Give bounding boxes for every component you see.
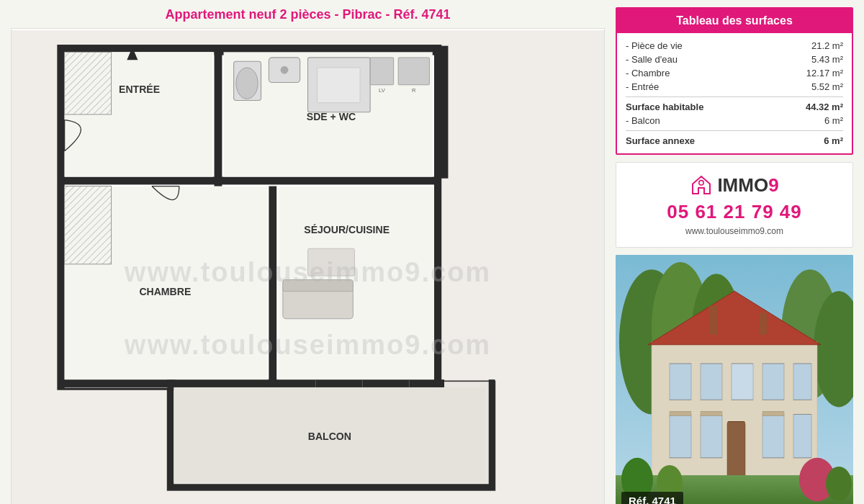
svg-rect-68 — [701, 411, 722, 415]
svg-rect-16 — [489, 379, 495, 490]
svg-point-73 — [799, 458, 835, 501]
surface-label-annexe: Surface annexe — [626, 135, 793, 146]
immo9-phone: 05 61 21 79 49 — [624, 201, 845, 223]
building-img: Réf. 4741 — [616, 255, 853, 504]
immo9-logo-row: IMMO9 — [624, 174, 845, 197]
ref-value: 4741 — [652, 495, 676, 504]
surface-value-chambre: 12.17 m² — [793, 68, 843, 78]
svg-point-74 — [826, 467, 852, 501]
svg-rect-63 — [701, 414, 722, 457]
ref-label: Réf. — [629, 495, 652, 504]
svg-point-26 — [281, 66, 289, 74]
svg-rect-6 — [58, 177, 441, 185]
surface-value-entree: 5.52 m² — [793, 81, 843, 92]
svg-rect-15 — [168, 379, 174, 490]
svg-point-24 — [236, 68, 258, 99]
divider-2 — [626, 130, 843, 131]
svg-rect-9 — [58, 379, 273, 387]
right-section: Tableau des surfaces - Pièce de vie 21.2… — [616, 7, 853, 504]
surface-value-habitable: 44.32 m² — [793, 102, 843, 112]
svg-rect-7 — [215, 46, 222, 200]
balcon-label: BALCON — [308, 431, 351, 442]
surface-row-balcon: - Balcon 6 m² — [626, 114, 843, 127]
immo9-brand-text: IMMO9 — [717, 174, 778, 197]
svg-rect-14 — [434, 46, 441, 389]
svg-rect-8 — [269, 186, 276, 385]
floor-plan-svg: LV R — [12, 29, 604, 504]
surface-row-annexe: Surface annexe 6 m² — [626, 134, 843, 148]
svg-text:R: R — [412, 87, 416, 94]
svg-rect-12 — [58, 46, 441, 53]
surface-label-chambre: - Chambre — [626, 68, 793, 78]
surface-label-vie: - Pièce de vie — [626, 40, 793, 51]
svg-rect-17 — [168, 484, 495, 490]
svg-rect-33 — [65, 52, 112, 114]
svg-rect-35 — [65, 186, 112, 264]
floor-plan-container: www.toulouseimmo9.com www.toulouseimmo9.… — [11, 28, 605, 504]
surface-label-entree: - Entrée — [626, 81, 793, 92]
surface-row-entree: - Entrée 5.52 m² — [626, 80, 843, 94]
entree-label: ENTRÉE — [119, 84, 160, 95]
sejour-label: SÉJOUR/CUISINE — [304, 224, 390, 235]
immo9-card: IMMO9 05 61 21 79 49 www.toulouseimmo9.c… — [616, 162, 853, 248]
immo9-house-icon — [690, 174, 713, 197]
surface-row-habitable: Surface habitable 44.32 m² — [626, 100, 843, 114]
surface-value-vie: 21.2 m² — [793, 40, 843, 51]
svg-rect-64 — [727, 422, 745, 480]
surface-row-sde: - Salle d'eau 5.43 m² — [626, 53, 843, 66]
svg-rect-66 — [793, 414, 811, 457]
sde-label: SDE + WC — [307, 111, 356, 122]
svg-rect-39 — [308, 248, 355, 276]
svg-rect-69 — [762, 411, 784, 415]
svg-rect-38 — [283, 280, 353, 292]
main-container: Appartement neuf 2 pièces - Pibrac - Réf… — [0, 0, 864, 504]
svg-rect-10 — [269, 379, 444, 387]
surfaces-body: - Pièce de vie 21.2 m² - Salle d'eau 5.4… — [617, 33, 852, 153]
svg-rect-62 — [670, 414, 691, 457]
surface-label-sde: - Salle d'eau — [626, 54, 793, 65]
surfaces-header: Tableau des surfaces — [617, 9, 852, 33]
surface-row-chambre: - Chambre 12.17 m² — [626, 66, 843, 80]
svg-text:LV: LV — [379, 87, 386, 94]
plan-title: Appartement neuf 2 pièces - Pibrac - Réf… — [11, 7, 605, 22]
chambre-label: CHAMBRE — [139, 286, 191, 297]
surfaces-table: Tableau des surfaces - Pièce de vie 21.2… — [616, 7, 853, 155]
surface-label-habitable: Surface habitable — [626, 102, 793, 112]
svg-rect-65 — [762, 414, 784, 457]
svg-rect-29 — [370, 58, 393, 85]
property-photo: Réf. 4741 — [616, 255, 853, 504]
svg-rect-30 — [398, 58, 429, 85]
surface-value-sde: 5.43 m² — [793, 54, 843, 65]
surface-label-balcon: - Balcon — [626, 115, 793, 126]
surface-value-annexe: 6 m² — [793, 135, 843, 146]
immo9-website: www.toulouseimmo9.com — [624, 226, 845, 236]
svg-point-45 — [699, 181, 703, 185]
surface-value-balcon: 6 m² — [793, 115, 843, 126]
svg-rect-67 — [670, 411, 691, 415]
svg-rect-13 — [58, 46, 65, 389]
svg-rect-28 — [317, 68, 360, 103]
ref-badge: Réf. 4741 — [621, 492, 683, 504]
divider-1 — [626, 96, 843, 97]
surface-row-vie: - Pièce de vie 21.2 m² — [626, 39, 843, 53]
sky-bg — [616, 255, 853, 372]
floor-plan-section: Appartement neuf 2 pièces - Pibrac - Réf… — [11, 7, 605, 504]
